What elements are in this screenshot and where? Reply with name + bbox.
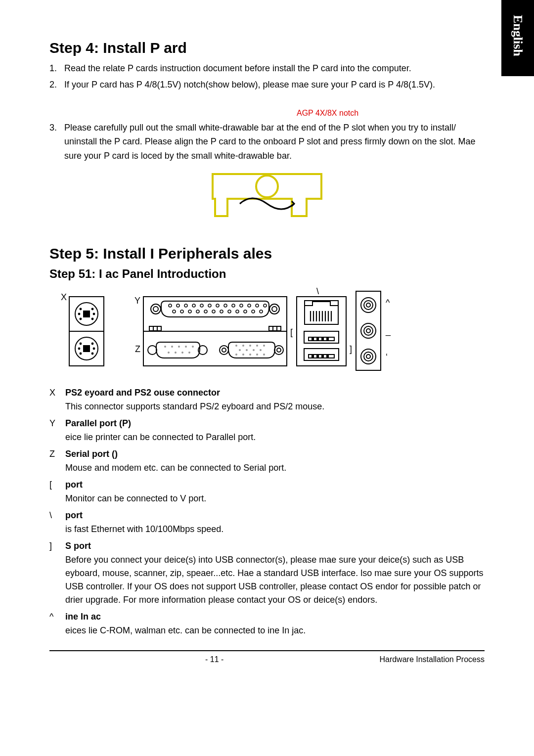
svg-point-116 bbox=[366, 355, 370, 358]
svg-rect-99 bbox=[321, 338, 324, 340]
svg-rect-97 bbox=[312, 338, 314, 340]
svg-point-16 bbox=[93, 348, 95, 350]
svg-point-48 bbox=[260, 310, 263, 313]
svg-point-31 bbox=[224, 304, 227, 307]
label-backslash: \ bbox=[316, 286, 319, 296]
svg-point-38 bbox=[180, 310, 183, 313]
port-description: ] S port Before you connect your deice(s… bbox=[49, 541, 485, 607]
svg-point-24 bbox=[169, 304, 172, 307]
svg-point-109 bbox=[364, 301, 373, 310]
svg-point-113 bbox=[366, 329, 370, 333]
svg-point-75 bbox=[263, 345, 265, 347]
svg-rect-104 bbox=[316, 355, 319, 357]
svg-point-25 bbox=[177, 304, 179, 307]
port-title: Serial port () bbox=[65, 449, 485, 459]
port-title: PS2 eyoard and PS2 ouse connector bbox=[65, 388, 485, 398]
svg-point-63 bbox=[168, 352, 170, 354]
step5-title: Step 5: Install I Peripherals ales bbox=[49, 245, 485, 262]
port-title: S port bbox=[65, 541, 485, 551]
port-desc: eice lie printer can be connected to Par… bbox=[65, 431, 485, 444]
port-symbol: \ bbox=[49, 510, 52, 521]
svg-point-76 bbox=[239, 349, 241, 351]
svg-point-37 bbox=[173, 310, 176, 313]
port-title: port bbox=[65, 510, 485, 521]
svg-point-18 bbox=[91, 353, 94, 355]
svg-point-41 bbox=[204, 310, 207, 313]
svg-point-20 bbox=[151, 304, 161, 314]
svg-point-10 bbox=[93, 313, 95, 315]
label-apostrophe: ‘ bbox=[386, 352, 388, 362]
svg-point-14 bbox=[91, 343, 94, 345]
list-text: If your P card has P 4/8(1.5V) notch(sho… bbox=[64, 78, 485, 92]
document-page: Step 4: Install P ard 1. Read the relate… bbox=[0, 0, 534, 684]
svg-point-77 bbox=[246, 349, 248, 351]
back-panel-diagram: X Y Z [ \ ] ^ _ ‘ bbox=[49, 287, 485, 378]
svg-point-64 bbox=[175, 352, 177, 354]
svg-point-83 bbox=[256, 354, 258, 356]
label-X: X bbox=[61, 292, 67, 302]
label-caret: ^ bbox=[386, 298, 390, 308]
port-desc: is fast Ethernet with 10/100Mbps speed. bbox=[65, 523, 485, 536]
svg-point-33 bbox=[240, 304, 243, 307]
label-Y: Y bbox=[134, 296, 140, 306]
svg-point-40 bbox=[196, 310, 199, 313]
svg-point-82 bbox=[249, 354, 251, 356]
port-symbol: ] bbox=[49, 541, 52, 551]
svg-point-8 bbox=[91, 308, 94, 311]
step4-title: Step 4: Install P ard bbox=[49, 40, 485, 56]
svg-point-81 bbox=[242, 354, 244, 356]
svg-point-13 bbox=[80, 343, 82, 345]
svg-point-60 bbox=[178, 346, 180, 348]
port-description: Z Serial port () Mouse and modem etc. ca… bbox=[49, 449, 485, 475]
svg-point-45 bbox=[236, 310, 239, 313]
port-desc: eices lie C-ROM, walman etc. can be conn… bbox=[65, 624, 485, 637]
svg-rect-103 bbox=[312, 355, 314, 357]
svg-point-72 bbox=[242, 345, 244, 347]
svg-point-47 bbox=[252, 310, 255, 313]
step51-subtitle: Step 51: I ac Panel Introduction bbox=[49, 267, 485, 281]
svg-point-62 bbox=[192, 346, 194, 348]
svg-point-12 bbox=[91, 318, 94, 320]
list-number: 3. bbox=[49, 121, 64, 163]
port-description: \ port is fast Ethernet with 10/100Mbps … bbox=[49, 510, 485, 536]
svg-point-36 bbox=[264, 304, 267, 307]
list-number: 2. bbox=[49, 78, 64, 92]
svg-point-71 bbox=[235, 345, 237, 347]
svg-point-28 bbox=[200, 304, 203, 307]
page-footer: - 11 - Hardware Installation Process bbox=[49, 650, 485, 664]
svg-point-65 bbox=[181, 352, 183, 354]
page-number: - 11 - bbox=[205, 655, 223, 664]
port-desc: Monitor can be connected to V port. bbox=[65, 492, 485, 505]
svg-point-9 bbox=[78, 313, 81, 315]
svg-point-32 bbox=[232, 304, 235, 307]
section-name: Hardware Installation Process bbox=[379, 655, 485, 664]
svg-point-114 bbox=[361, 349, 376, 364]
svg-point-73 bbox=[249, 345, 251, 347]
svg-point-69 bbox=[274, 346, 283, 355]
svg-point-68 bbox=[222, 348, 226, 352]
svg-point-58 bbox=[164, 346, 166, 348]
port-description: [ port Monitor can be connected to V por… bbox=[49, 480, 485, 505]
svg-point-78 bbox=[253, 349, 255, 351]
svg-point-110 bbox=[366, 303, 370, 307]
svg-point-44 bbox=[228, 310, 231, 313]
port-title: port bbox=[65, 480, 485, 490]
svg-point-29 bbox=[208, 304, 211, 307]
svg-rect-53 bbox=[269, 326, 281, 331]
svg-point-74 bbox=[256, 345, 258, 347]
svg-point-56 bbox=[148, 346, 157, 355]
svg-rect-86 bbox=[305, 301, 338, 324]
svg-point-39 bbox=[188, 310, 191, 313]
list-text: Please carefully pull out the small whit… bbox=[64, 121, 485, 163]
svg-point-17 bbox=[80, 353, 82, 355]
svg-point-70 bbox=[277, 348, 281, 352]
svg-point-108 bbox=[361, 298, 376, 312]
svg-point-15 bbox=[78, 348, 81, 350]
agp-card-diagram bbox=[49, 169, 485, 230]
svg-point-30 bbox=[216, 304, 219, 307]
svg-point-80 bbox=[235, 354, 237, 356]
port-symbol: ^ bbox=[49, 612, 53, 622]
port-title: Parallel port (P) bbox=[65, 418, 485, 429]
svg-point-112 bbox=[364, 326, 373, 335]
svg-point-0 bbox=[256, 176, 278, 197]
